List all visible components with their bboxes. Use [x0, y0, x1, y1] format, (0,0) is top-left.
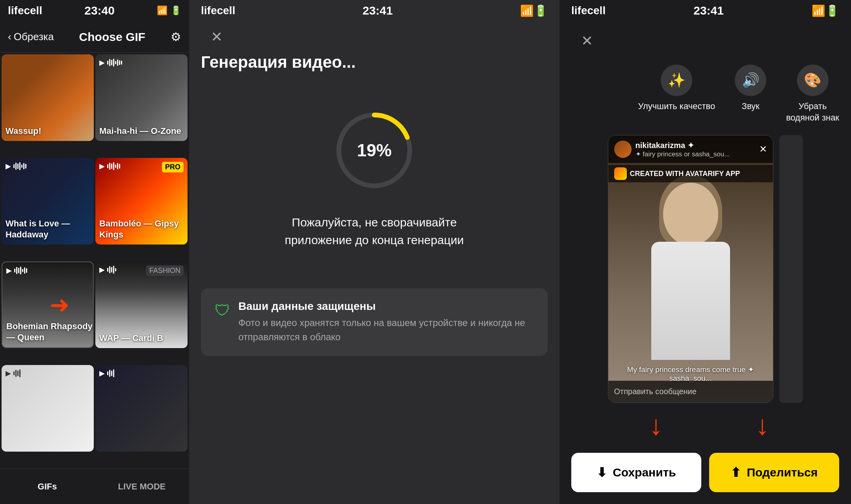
page-title-1: Choose GIF	[79, 30, 145, 44]
watermark-button[interactable]: 🎨 Убратьводяной знак	[786, 65, 839, 123]
back-chevron-icon: ‹	[8, 31, 11, 43]
save-button[interactable]: ⬇ Сохранить	[571, 453, 701, 492]
time-3: 23:41	[693, 4, 724, 17]
status-icons-1: 📶 🔋	[157, 6, 181, 16]
play-icon-gifs: ▶	[6, 369, 20, 378]
gif-label-whatislove: What is Love — Haddaway	[6, 218, 94, 241]
play-icon-bamboleo: ▶	[99, 162, 120, 170]
shield-icon: 🛡	[215, 302, 230, 319]
list-item[interactable]: ▶ PRO Bamboléo — Gipsy Kings	[95, 158, 188, 245]
video-card-partial	[779, 135, 803, 403]
watermark-label: Убратьводяной знак	[786, 101, 839, 123]
wave-icon	[13, 369, 20, 377]
back-button[interactable]: ‹ Обрезка	[8, 31, 54, 43]
gif-grid: Wassup! ▶ Mai-ha-hi — O-Zone	[0, 53, 189, 469]
share-icon: ⬆	[730, 465, 741, 480]
share-button[interactable]: ⬆ Поделиться	[709, 453, 839, 492]
carrier-3: lifecell	[571, 4, 606, 17]
wave-icon	[107, 59, 122, 67]
arrows-row: ↓ ↓	[559, 406, 851, 445]
close-button-2[interactable]: ✕	[205, 25, 229, 49]
bottom-tabs: GIFs LIVE MODE	[0, 469, 189, 504]
pro-badge: PRO	[162, 162, 184, 172]
panel-generation: lifecell 23:41 📶🔋 ✕ Генерация видео... 1…	[189, 0, 559, 504]
video-card: nikitakarizma ✦ ✦ fairy princess or sash…	[608, 135, 773, 403]
improve-label: Улучшить качество	[638, 101, 715, 112]
gif-label-wap: WAP — Cardi B	[99, 333, 163, 344]
security-title: Ваши данные защищены	[238, 300, 534, 313]
video-subtitle: ✦ fairy princess or sasha_sou...	[635, 150, 755, 158]
time-2: 23:41	[362, 4, 393, 17]
gif-label-bamboleo: Bamboléo — Gipsy Kings	[99, 218, 188, 241]
video-card-header: nikitakarizma ✦ ✦ fairy princess or sash…	[608, 135, 773, 163]
improve-icon: ✨	[661, 65, 692, 96]
play-icon-wap: ▶	[99, 265, 116, 274]
wave-icon	[107, 266, 116, 274]
video-figure	[641, 175, 740, 352]
progress-percent: 19%	[357, 141, 392, 160]
avatar	[614, 141, 632, 158]
down-arrow-left-icon: ↓	[649, 410, 663, 441]
selection-arrow-icon: ➜	[50, 291, 69, 319]
security-card: 🛡 Ваши данные защищены Фото и видео хран…	[201, 288, 548, 356]
bottom-action-row: ⬇ Сохранить ⬆ Поделиться	[559, 445, 851, 504]
progress-message: Пожалуйста, не сворачивайтеприложение до…	[269, 213, 480, 249]
tab-live[interactable]: LIVE MODE	[95, 469, 189, 504]
sound-button[interactable]: 🔊 Звук	[735, 65, 766, 123]
tab-gifs-label: GIFs	[38, 482, 57, 492]
gif-label-wassup: Wassup!	[6, 126, 41, 137]
nav-bar-1: ‹ Обрезка Choose GIF ⚙	[0, 21, 189, 53]
list-item[interactable]: ▶ ➜ Bohemian Rhapsody — Queen	[2, 261, 94, 348]
gif-label-bohemian: Bohemian Rhapsody — Queen	[6, 321, 93, 343]
battery-icon-1: 🔋	[171, 6, 181, 16]
avatarify-badge: CREATED WITH AVATARIFY APP	[608, 165, 773, 182]
wave-icon	[107, 369, 114, 377]
list-item[interactable]: Wassup!	[2, 54, 94, 141]
play-icon-whatislove: ▶	[6, 162, 26, 170]
play-icon-bohemian: ▶	[6, 266, 27, 275]
tab-gifs[interactable]: GIFs	[0, 469, 95, 504]
list-item[interactable]: ▶	[2, 365, 94, 452]
wave-icon	[13, 162, 26, 170]
list-item[interactable]: ▶ What is Love — Haddaway	[2, 158, 94, 245]
panel3-top: ✕	[559, 21, 851, 61]
progress-container: 19% Пожалуйста, не сворачивайтеприложени…	[269, 107, 480, 249]
status-bar-2: lifecell 23:41 📶🔋	[189, 0, 559, 21]
play-icon-maihai: ▶	[99, 58, 122, 67]
video-close-icon[interactable]: ✕	[759, 144, 767, 155]
gear-icon[interactable]: ⚙	[171, 30, 181, 44]
wave-icon	[107, 162, 120, 170]
status-icons-2: 📶🔋	[520, 4, 548, 17]
time-1: 23:40	[84, 4, 115, 17]
back-label: Обрезка	[14, 31, 54, 43]
list-item[interactable]: ▶	[95, 365, 188, 452]
fashion-badge: FASHION	[146, 265, 184, 276]
down-arrow-right-icon: ↓	[756, 410, 769, 441]
tab-live-label: LIVE MODE	[118, 482, 165, 492]
carrier-1: lifecell	[8, 4, 42, 17]
save-label: Сохранить	[613, 466, 676, 479]
avatarify-text: CREATED WITH AVATARIFY APP	[630, 170, 740, 178]
close-button-3[interactable]: ✕	[575, 29, 599, 53]
gif-label-maihai: Mai-ha-hi — O-Zone	[99, 126, 181, 137]
list-item[interactable]: ▶ Mai-ha-hi — O-Zone	[95, 54, 188, 141]
panel-choose-gif: lifecell 23:40 📶 🔋 ‹ Обрезка Choose GIF …	[0, 0, 189, 504]
send-message-bar[interactable]: Отправить сообщение	[608, 381, 773, 402]
wave-icon	[14, 267, 27, 274]
play-icon-live: ▶	[99, 369, 114, 378]
list-item[interactable]: ▶ FASHION WAP — Cardi B	[95, 261, 188, 348]
status-bar-1: lifecell 23:40 📶 🔋	[0, 0, 189, 21]
improve-quality-button[interactable]: ✨ Улучшить качество	[638, 65, 715, 123]
video-preview-area: nikitakarizma ✦ ✦ fairy princess or sash…	[559, 135, 851, 406]
security-description: Фото и видео хранятся только на вашем ус…	[238, 316, 534, 344]
action-buttons-top: ✨ Улучшить качество 🔊 Звук 🎨 Убратьводян…	[559, 61, 851, 135]
send-message-label: Отправить сообщение	[614, 387, 697, 396]
avatarify-logo	[614, 167, 627, 180]
video-user-info: nikitakarizma ✦ ✦ fairy princess or sash…	[635, 141, 755, 158]
signal-icon-1: 📶	[157, 6, 167, 16]
save-icon: ⬇	[596, 465, 607, 480]
sound-icon: 🔊	[735, 65, 766, 96]
progress-ring: 19%	[331, 107, 418, 194]
share-label: Поделиться	[747, 466, 818, 479]
video-footer-text: My fairy princess dreams come true ✦ sas…	[614, 365, 767, 383]
